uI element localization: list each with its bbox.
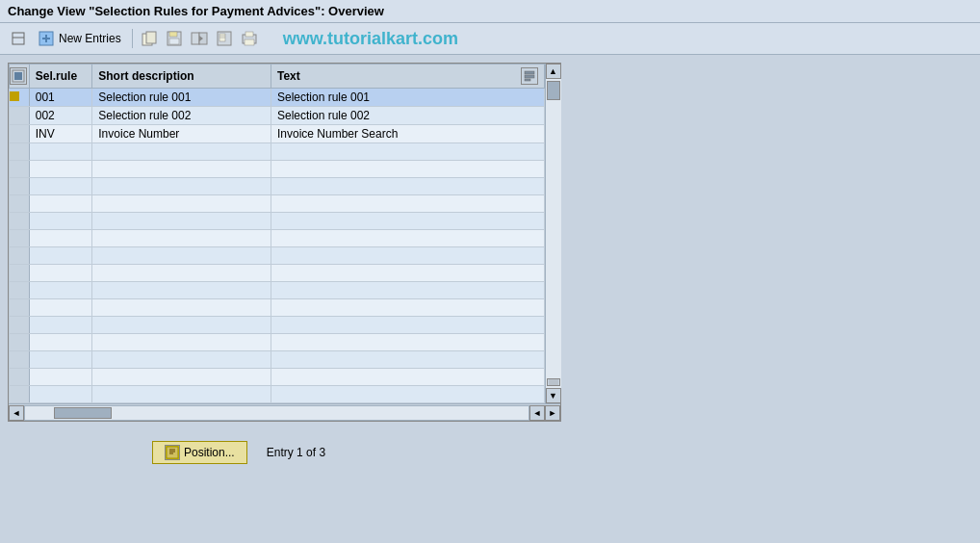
toolbar-separator-1 bbox=[132, 29, 133, 48]
table-row-empty bbox=[10, 282, 545, 299]
position-icon bbox=[165, 445, 180, 460]
table-row-empty bbox=[10, 213, 545, 230]
cell-text[interactable]: Selection rule 001 bbox=[271, 89, 544, 107]
svg-rect-24 bbox=[525, 79, 530, 81]
cell-text[interactable]: Selection rule 002 bbox=[271, 107, 544, 125]
entry-info: Entry 1 of 3 bbox=[267, 446, 325, 459]
table-row[interactable]: INV Invoice Number Invoice Number Search bbox=[10, 125, 545, 143]
select-all-icon[interactable] bbox=[10, 67, 27, 85]
table-row-empty bbox=[10, 178, 545, 195]
svg-rect-0 bbox=[13, 33, 24, 44]
nav-left-button[interactable]: ◄ bbox=[529, 405, 545, 421]
page-title: Change View "Selection Rules for Payment… bbox=[8, 4, 384, 18]
copy-icon[interactable] bbox=[139, 28, 160, 49]
col-sel-rule-header: Sel.rule bbox=[29, 65, 92, 89]
vertical-scrollbar[interactable]: ▲ ▼ bbox=[545, 64, 560, 403]
col-short-desc-header: Short description bbox=[92, 65, 271, 89]
new-entries-button[interactable]: New Entries bbox=[33, 27, 126, 50]
toolbar: New Entries bbox=[0, 23, 980, 55]
save-icon[interactable] bbox=[164, 28, 185, 49]
edit-icon[interactable] bbox=[8, 28, 29, 49]
table-header-row: Sel.rule Short description Text bbox=[10, 65, 545, 89]
cell-short-desc[interactable]: Invoice Number bbox=[92, 125, 271, 143]
table-row-empty bbox=[10, 317, 545, 334]
export-icon[interactable] bbox=[214, 28, 235, 49]
cell-short-desc[interactable]: Selection rule 002 bbox=[92, 107, 271, 125]
svg-rect-10 bbox=[192, 33, 199, 44]
row-selector[interactable] bbox=[10, 89, 30, 107]
svg-rect-19 bbox=[245, 39, 254, 45]
main-area: Sel.rule Short description Text bbox=[0, 55, 980, 472]
table-row-empty bbox=[10, 247, 545, 265]
table-row-empty bbox=[10, 386, 545, 403]
row-selector[interactable] bbox=[10, 125, 30, 143]
table-row-empty bbox=[10, 299, 545, 317]
table-row-empty bbox=[10, 143, 545, 161]
hscroll-track[interactable] bbox=[24, 405, 529, 421]
title-bar: Change View "Selection Rules for Payment… bbox=[0, 0, 980, 23]
table-row-empty bbox=[10, 230, 545, 247]
table-row[interactable]: 001 Selection rule 001 Selection rule 00… bbox=[10, 89, 545, 107]
table-row-empty bbox=[10, 369, 545, 386]
scroll-down-button[interactable]: ▼ bbox=[546, 388, 561, 403]
move-icon[interactable] bbox=[189, 28, 210, 49]
cell-sel-rule[interactable]: 002 bbox=[29, 107, 92, 125]
cell-sel-rule[interactable]: INV bbox=[29, 125, 92, 143]
scroll-thumb[interactable] bbox=[547, 81, 560, 100]
svg-rect-18 bbox=[245, 32, 253, 37]
table-row-empty bbox=[10, 334, 545, 351]
scroll-grip[interactable] bbox=[547, 378, 560, 386]
column-config-icon[interactable] bbox=[521, 67, 538, 85]
table-row-empty bbox=[10, 351, 545, 369]
col-text-header: Text bbox=[271, 65, 544, 89]
cell-text[interactable]: Invoice Number Search bbox=[271, 125, 544, 143]
svg-rect-9 bbox=[169, 39, 179, 44]
cell-sel-rule[interactable]: 001 bbox=[29, 89, 92, 107]
print-icon[interactable] bbox=[239, 28, 260, 49]
new-entries-label: New Entries bbox=[59, 32, 121, 45]
svg-rect-28 bbox=[167, 447, 178, 458]
table-container: Sel.rule Short description Text bbox=[8, 63, 561, 422]
svg-rect-6 bbox=[146, 32, 156, 43]
table-row[interactable]: 002 Selection rule 002 Selection rule 00… bbox=[10, 107, 545, 125]
row-selector[interactable] bbox=[10, 107, 30, 125]
horizontal-scrollbar: ◄ ◄ ► bbox=[9, 403, 560, 421]
table-row-empty bbox=[10, 265, 545, 282]
scroll-track[interactable] bbox=[546, 79, 561, 388]
svg-rect-21 bbox=[14, 72, 22, 80]
svg-rect-22 bbox=[525, 71, 534, 74]
watermark: www.tutorialkart.com bbox=[283, 29, 458, 49]
selected-indicator bbox=[10, 91, 19, 101]
svg-rect-23 bbox=[525, 75, 534, 78]
nav-arrows: ◄ ► bbox=[529, 405, 560, 421]
table-row-empty bbox=[10, 161, 545, 178]
cell-short-desc[interactable]: Selection rule 001 bbox=[92, 89, 271, 107]
row-selector-header bbox=[10, 65, 30, 89]
status-bar: Position... Entry 1 of 3 bbox=[8, 441, 972, 464]
svg-rect-8 bbox=[169, 32, 177, 37]
data-table: Sel.rule Short description Text bbox=[9, 64, 545, 403]
scroll-up-button[interactable]: ▲ bbox=[546, 64, 561, 79]
nav-right-button[interactable]: ► bbox=[545, 405, 560, 421]
table-scroll-wrapper: Sel.rule Short description Text bbox=[9, 64, 560, 403]
position-btn-label: Position... bbox=[184, 446, 235, 459]
table-scroll-content: Sel.rule Short description Text bbox=[9, 64, 545, 403]
hscroll-thumb[interactable] bbox=[54, 407, 112, 419]
position-button[interactable]: Position... bbox=[152, 441, 247, 464]
scroll-left-button[interactable]: ◄ bbox=[9, 405, 24, 421]
table-row-empty bbox=[10, 195, 545, 213]
